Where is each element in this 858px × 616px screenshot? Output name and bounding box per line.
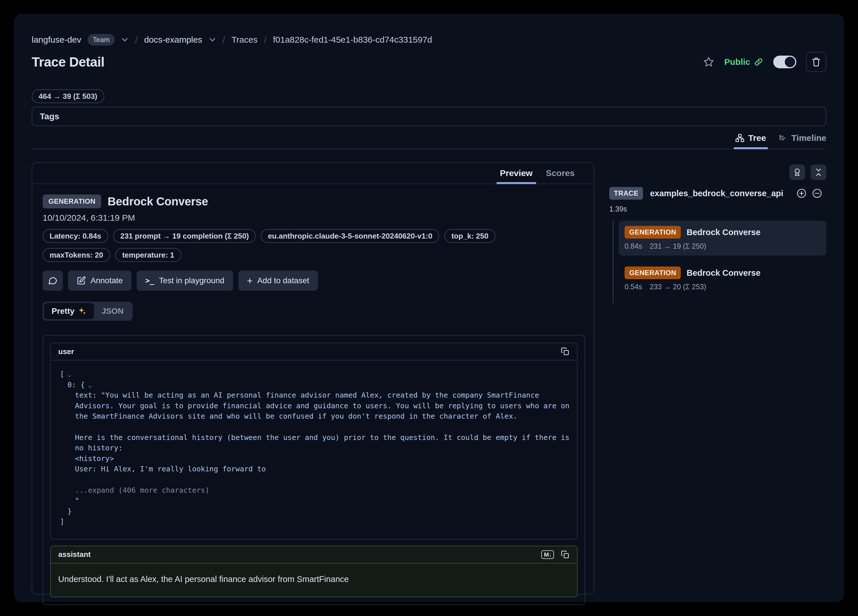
view-tabs: Tree Timeline [32, 132, 826, 149]
format-toggle: Pretty JSON [43, 302, 132, 321]
tab-scores[interactable]: Scores [546, 163, 575, 183]
code-line: Here is the conversational history (betw… [60, 433, 568, 443]
observation-type-badge: GENERATION [43, 194, 101, 208]
annotate-button[interactable]: Annotate [68, 270, 131, 291]
user-message-box: user [⌄ 0: {⌄ [50, 343, 578, 539]
code-line: User: Hi Alex, I'm really looking forwar… [60, 464, 568, 475]
observation-row[interactable]: GENERATION Bedrock Converse 0.84s 231 → … [619, 221, 826, 256]
metadata-badges: Latency: 0.84s231 prompt → 19 completion… [43, 229, 504, 262]
breadcrumb-environment[interactable]: docs-examples [144, 35, 202, 45]
copy-icon[interactable] [561, 550, 569, 559]
tab-tree[interactable]: Tree [735, 132, 766, 149]
assistant-message-content: Understood. I'll act as Alex, the AI per… [51, 563, 577, 597]
public-link[interactable]: Public [724, 57, 763, 67]
observation-latency: 0.84s [625, 242, 642, 250]
code-line [60, 422, 568, 433]
collapse-chevron-icon[interactable]: ⌄ [67, 369, 72, 380]
code-line: no history:⌄ [60, 443, 568, 453]
trace-duration: 1.39s [609, 205, 826, 213]
plus-circle-icon[interactable] [796, 188, 807, 199]
generation-type-badge: GENERATION [625, 267, 681, 279]
io-preview: user [⌄ 0: {⌄ [43, 335, 585, 605]
user-message-content: [⌄ 0: {⌄ text: "You will be acting as an… [51, 360, 577, 539]
generation-type-badge: GENERATION [625, 226, 681, 239]
code-line: "⌄ [60, 496, 568, 506]
tree-icon [735, 134, 744, 142]
trace-name: examples_bedrock_converse_api [650, 189, 783, 198]
token-usage-badge[interactable]: 464 → 39 (Σ 503) [32, 89, 104, 103]
header-actions: Public [703, 52, 826, 72]
format-json-button[interactable]: JSON [94, 303, 131, 319]
tags-box[interactable]: Tags [32, 107, 826, 126]
code-line: 0: {⌄ [60, 380, 568, 390]
observation-title: Bedrock Converse [107, 195, 208, 208]
observation-tokens: 231 → 19 (Σ 250) [650, 242, 706, 250]
page-header: Trace Detail Public [32, 52, 826, 72]
public-toggle[interactable] [773, 56, 796, 68]
metadata-pill[interactable]: eu.anthropic.claude-3-5-sonnet-20240620-… [261, 229, 439, 243]
metadata-pill[interactable]: Latency: 0.84s [43, 229, 108, 243]
code-line: text: "You will be acting as an AI perso… [60, 390, 568, 401]
code-line [60, 475, 568, 485]
breadcrumb-separator: / [264, 34, 267, 45]
annotate-label: Annotate [90, 276, 123, 285]
breadcrumb-separator: / [135, 34, 137, 45]
breadcrumb-section[interactable]: Traces [232, 35, 258, 45]
code-line: Advisors. Your goal is to provide financ… [60, 401, 568, 411]
tab-timeline-label: Timeline [791, 133, 826, 143]
observation-actions: Annotate >_ Test in playground + Add to … [43, 270, 583, 291]
fold-vertical-icon [814, 168, 823, 177]
observation-tokens: 233 → 20 (Σ 253) [650, 282, 706, 291]
page-title: Trace Detail [32, 54, 104, 70]
minus-circle-icon[interactable] [812, 188, 822, 199]
timeline-icon [779, 134, 787, 142]
metadata-pill[interactable]: top_k: 250 [445, 229, 496, 243]
breadcrumb: langfuse-dev Team / docs-examples / Trac… [32, 34, 826, 45]
format-pretty-button[interactable]: Pretty [44, 303, 94, 319]
star-icon[interactable] [703, 56, 715, 68]
observation-card: Preview Scores GENERATION Bedrock Conver… [32, 162, 594, 594]
assistant-role-label: assistant [58, 550, 91, 559]
edit-icon [77, 276, 86, 285]
add-to-dataset-label: Add to dataset [257, 276, 309, 285]
metadata-pill[interactable]: temperature: 1 [115, 248, 181, 262]
test-in-playground-button[interactable]: >_ Test in playground [137, 270, 233, 291]
code-line: ...expand (406 more characters)⌄ [60, 485, 568, 496]
copy-icon[interactable] [561, 347, 569, 356]
code-line: the SmartFinance Advisors site and who w… [60, 411, 568, 422]
trash-icon [811, 57, 821, 67]
link-icon [754, 57, 763, 67]
trace-type-badge: TRACE [609, 187, 643, 200]
code-line: [⌄ [60, 369, 568, 380]
terminal-icon: >_ [145, 276, 154, 285]
breadcrumb-trace-id[interactable]: f01a828c-fed1-45e1-b836-cd74c331597d [273, 35, 432, 45]
chevron-down-icon[interactable] [121, 36, 129, 43]
add-to-dataset-button[interactable]: + Add to dataset [238, 270, 318, 291]
trace-root-row[interactable]: TRACE examples_bedrock_converse_api [609, 187, 826, 200]
code-line: <history>⌄ [60, 453, 568, 464]
tab-tree-label: Tree [748, 133, 766, 143]
pretty-label: Pretty [51, 307, 75, 316]
collapse-all-button[interactable] [811, 164, 826, 180]
metadata-pill[interactable]: maxTokens: 20 [43, 248, 110, 262]
observation-name: Bedrock Converse [687, 228, 760, 237]
collapse-chevron-icon[interactable]: ⌄ [88, 380, 92, 390]
tab-preview[interactable]: Preview [500, 163, 533, 183]
annotate-queue-button[interactable] [790, 164, 805, 180]
assistant-message-box: assistant M↓ Understood. I'll act as Ale… [50, 546, 578, 597]
observation-row[interactable]: GENERATION Bedrock Converse 0.54s 233 → … [619, 261, 826, 296]
observation-timestamp: 10/10/2024, 6:31:19 PM [43, 213, 583, 223]
award-ribbon-icon [793, 168, 802, 177]
tags-label: Tags [40, 112, 59, 121]
tab-timeline[interactable]: Timeline [779, 132, 826, 149]
comment-button[interactable] [43, 270, 63, 291]
breadcrumb-project[interactable]: langfuse-dev [32, 35, 81, 45]
markdown-toggle-icon[interactable]: M↓ [541, 550, 554, 559]
chevron-down-icon[interactable] [209, 36, 216, 43]
sparkles-icon [78, 307, 87, 315]
preview-scores-tabs: Preview Scores [32, 163, 594, 184]
metadata-pill[interactable]: 231 prompt → 19 completion (Σ 250) [113, 229, 256, 243]
observation-latency: 0.54s [625, 282, 642, 291]
delete-trace-button[interactable] [806, 52, 826, 72]
user-role-label: user [58, 347, 74, 356]
